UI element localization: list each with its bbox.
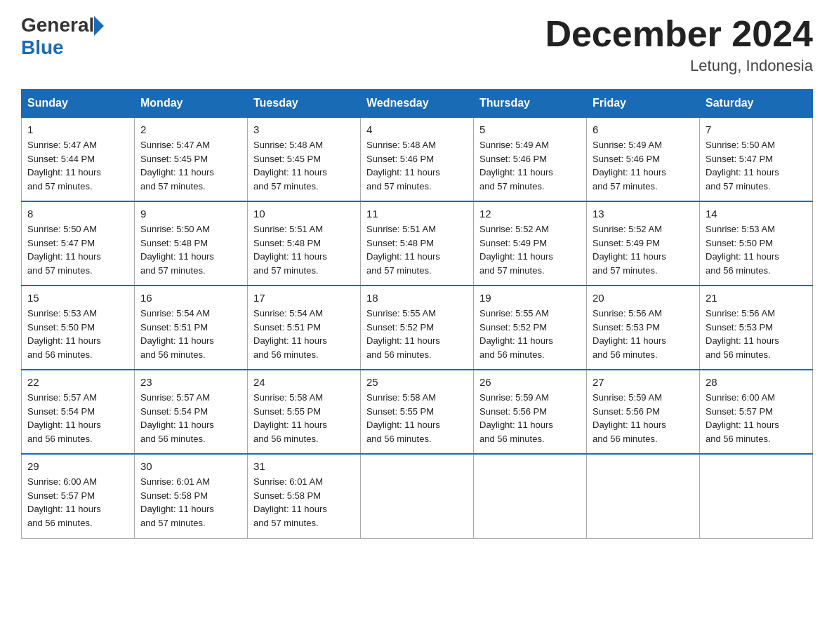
day-number: 3	[253, 123, 355, 135]
calendar-cell	[361, 454, 474, 538]
day-number: 2	[140, 123, 241, 135]
day-info: Sunrise: 5:56 AMSunset: 5:53 PMDaylight:…	[706, 307, 807, 361]
day-number: 17	[253, 292, 355, 304]
calendar-cell: 29Sunrise: 6:00 AMSunset: 5:57 PMDayligh…	[22, 454, 135, 538]
month-title: December 2024	[545, 14, 813, 54]
calendar-cell: 31Sunrise: 6:01 AMSunset: 5:58 PMDayligh…	[248, 454, 361, 538]
day-info: Sunrise: 5:51 AMSunset: 5:48 PMDaylight:…	[253, 222, 355, 277]
day-info: Sunrise: 5:56 AMSunset: 5:53 PMDaylight:…	[593, 307, 694, 361]
day-number: 20	[593, 292, 694, 304]
logo-arrow-icon	[94, 16, 104, 36]
day-info: Sunrise: 5:54 AMSunset: 5:51 PMDaylight:…	[253, 307, 355, 361]
calendar-cell: 5Sunrise: 5:49 AMSunset: 5:46 PMDaylight…	[474, 117, 587, 201]
calendar-cell: 22Sunrise: 5:57 AMSunset: 5:54 PMDayligh…	[22, 370, 135, 454]
calendar-cell: 18Sunrise: 5:55 AMSunset: 5:52 PMDayligh…	[361, 286, 474, 370]
day-info: Sunrise: 5:59 AMSunset: 5:56 PMDaylight:…	[479, 391, 581, 445]
calendar-cell: 15Sunrise: 5:53 AMSunset: 5:50 PMDayligh…	[22, 286, 135, 370]
day-number: 6	[593, 123, 694, 135]
day-info: Sunrise: 5:49 AMSunset: 5:46 PMDaylight:…	[593, 138, 694, 193]
weekday-header-saturday: Saturday	[700, 90, 813, 118]
calendar-cell: 1Sunrise: 5:47 AMSunset: 5:44 PMDaylight…	[22, 117, 135, 201]
day-info: Sunrise: 5:50 AMSunset: 5:47 PMDaylight:…	[27, 222, 128, 277]
day-number: 24	[253, 376, 355, 388]
calendar-cell: 19Sunrise: 5:55 AMSunset: 5:52 PMDayligh…	[474, 286, 587, 370]
location-subtitle: Letung, Indonesia	[545, 57, 813, 75]
weekday-header-row: SundayMondayTuesdayWednesdayThursdayFrid…	[22, 90, 813, 118]
calendar-cell: 27Sunrise: 5:59 AMSunset: 5:56 PMDayligh…	[587, 370, 700, 454]
day-info: Sunrise: 5:52 AMSunset: 5:49 PMDaylight:…	[479, 222, 581, 277]
day-number: 26	[479, 376, 581, 388]
calendar-cell	[587, 454, 700, 538]
day-number: 12	[479, 208, 581, 220]
calendar-cell: 7Sunrise: 5:50 AMSunset: 5:47 PMDaylight…	[700, 117, 813, 201]
day-number: 27	[593, 376, 694, 388]
day-info: Sunrise: 6:00 AMSunset: 5:57 PMDaylight:…	[27, 475, 128, 530]
calendar-cell: 14Sunrise: 5:53 AMSunset: 5:50 PMDayligh…	[700, 201, 813, 286]
calendar-cell: 25Sunrise: 5:58 AMSunset: 5:55 PMDayligh…	[361, 370, 474, 454]
calendar-week-row: 1Sunrise: 5:47 AMSunset: 5:44 PMDaylight…	[22, 117, 813, 201]
calendar-cell: 12Sunrise: 5:52 AMSunset: 5:49 PMDayligh…	[474, 201, 587, 286]
calendar-cell: 16Sunrise: 5:54 AMSunset: 5:51 PMDayligh…	[135, 286, 248, 370]
weekday-header-tuesday: Tuesday	[248, 90, 361, 118]
weekday-header-sunday: Sunday	[22, 90, 135, 118]
calendar-cell: 23Sunrise: 5:57 AMSunset: 5:54 PMDayligh…	[135, 370, 248, 454]
day-info: Sunrise: 5:58 AMSunset: 5:55 PMDaylight:…	[366, 391, 468, 445]
calendar-cell: 28Sunrise: 6:00 AMSunset: 5:57 PMDayligh…	[700, 370, 813, 454]
day-info: Sunrise: 5:55 AMSunset: 5:52 PMDaylight:…	[479, 307, 581, 361]
calendar-cell: 13Sunrise: 5:52 AMSunset: 5:49 PMDayligh…	[587, 201, 700, 286]
day-number: 5	[479, 123, 581, 135]
day-number: 8	[27, 208, 128, 220]
day-info: Sunrise: 5:57 AMSunset: 5:54 PMDaylight:…	[140, 391, 241, 445]
calendar-cell: 17Sunrise: 5:54 AMSunset: 5:51 PMDayligh…	[248, 286, 361, 370]
calendar-cell: 4Sunrise: 5:48 AMSunset: 5:46 PMDaylight…	[361, 117, 474, 201]
day-number: 15	[27, 292, 128, 304]
day-info: Sunrise: 6:00 AMSunset: 5:57 PMDaylight:…	[706, 391, 807, 445]
day-number: 23	[140, 376, 241, 388]
calendar-cell: 10Sunrise: 5:51 AMSunset: 5:48 PMDayligh…	[248, 201, 361, 286]
day-number: 11	[366, 208, 468, 220]
day-info: Sunrise: 5:47 AMSunset: 5:44 PMDaylight:…	[27, 138, 128, 193]
title-block: December 2024 Letung, Indonesia	[545, 14, 813, 75]
day-number: 14	[706, 208, 807, 220]
day-number: 9	[140, 208, 241, 220]
day-info: Sunrise: 5:50 AMSunset: 5:48 PMDaylight:…	[140, 222, 241, 277]
page-header: General Blue December 2024 Letung, Indon…	[21, 14, 813, 75]
day-info: Sunrise: 5:59 AMSunset: 5:56 PMDaylight:…	[593, 391, 694, 445]
weekday-header-wednesday: Wednesday	[361, 90, 474, 118]
day-info: Sunrise: 5:53 AMSunset: 5:50 PMDaylight:…	[706, 222, 807, 277]
day-number: 29	[27, 460, 128, 472]
calendar-week-row: 15Sunrise: 5:53 AMSunset: 5:50 PMDayligh…	[22, 286, 813, 370]
calendar-cell: 21Sunrise: 5:56 AMSunset: 5:53 PMDayligh…	[700, 286, 813, 370]
calendar-cell	[700, 454, 813, 538]
day-number: 4	[366, 123, 468, 135]
calendar-week-row: 22Sunrise: 5:57 AMSunset: 5:54 PMDayligh…	[22, 370, 813, 454]
weekday-header-thursday: Thursday	[474, 90, 587, 118]
calendar-cell: 8Sunrise: 5:50 AMSunset: 5:47 PMDaylight…	[22, 201, 135, 286]
calendar-cell: 24Sunrise: 5:58 AMSunset: 5:55 PMDayligh…	[248, 370, 361, 454]
day-number: 28	[706, 376, 807, 388]
day-info: Sunrise: 5:48 AMSunset: 5:46 PMDaylight:…	[366, 138, 468, 193]
day-info: Sunrise: 5:51 AMSunset: 5:48 PMDaylight:…	[366, 222, 468, 277]
calendar-cell: 20Sunrise: 5:56 AMSunset: 5:53 PMDayligh…	[587, 286, 700, 370]
day-info: Sunrise: 5:58 AMSunset: 5:55 PMDaylight:…	[253, 391, 355, 445]
calendar-cell: 2Sunrise: 5:47 AMSunset: 5:45 PMDaylight…	[135, 117, 248, 201]
day-number: 18	[366, 292, 468, 304]
calendar-cell: 3Sunrise: 5:48 AMSunset: 5:45 PMDaylight…	[248, 117, 361, 201]
day-info: Sunrise: 5:57 AMSunset: 5:54 PMDaylight:…	[27, 391, 128, 445]
calendar-cell: 6Sunrise: 5:49 AMSunset: 5:46 PMDaylight…	[587, 117, 700, 201]
calendar-week-row: 29Sunrise: 6:00 AMSunset: 5:57 PMDayligh…	[22, 454, 813, 538]
day-number: 31	[253, 460, 355, 472]
day-number: 1	[27, 123, 128, 135]
day-number: 22	[27, 376, 128, 388]
day-number: 21	[706, 292, 807, 304]
day-info: Sunrise: 6:01 AMSunset: 5:58 PMDaylight:…	[140, 475, 241, 530]
day-number: 19	[479, 292, 581, 304]
logo: General Blue	[21, 14, 104, 59]
logo-general: General	[21, 14, 94, 36]
day-info: Sunrise: 5:52 AMSunset: 5:49 PMDaylight:…	[593, 222, 694, 277]
day-number: 30	[140, 460, 241, 472]
day-info: Sunrise: 5:49 AMSunset: 5:46 PMDaylight:…	[479, 138, 581, 193]
calendar-cell: 9Sunrise: 5:50 AMSunset: 5:48 PMDaylight…	[135, 201, 248, 286]
day-info: Sunrise: 5:55 AMSunset: 5:52 PMDaylight:…	[366, 307, 468, 361]
calendar-table: SundayMondayTuesdayWednesdayThursdayFrid…	[21, 89, 813, 539]
